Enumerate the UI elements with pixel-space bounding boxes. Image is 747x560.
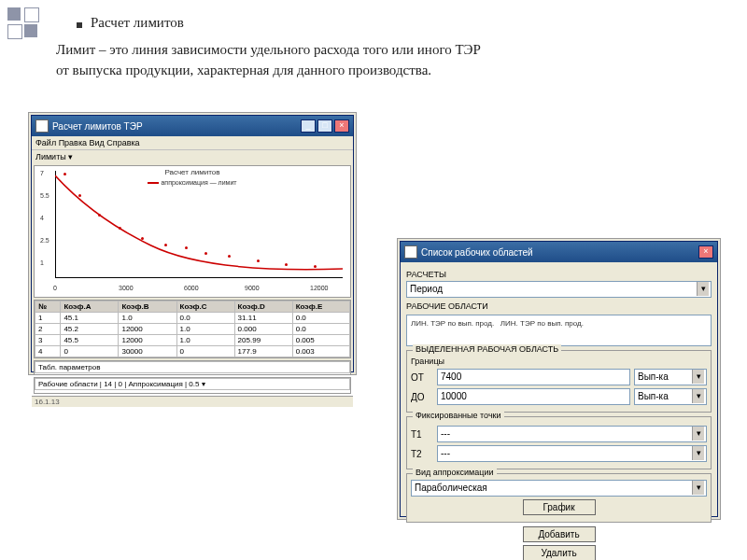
- delete-button[interactable]: Удалить: [523, 545, 596, 560]
- group-range: ВЫДЕЛЕННАЯ РАБОЧАЯ ОБЛАСТЬ Границы ОТ 74…: [406, 350, 712, 413]
- t1-label: Т1: [411, 429, 433, 440]
- paragraph: Лимит – это линия зависимости удельного …: [56, 39, 481, 80]
- t2-select[interactable]: ---: [437, 445, 707, 462]
- ytick: 4: [40, 215, 44, 221]
- t1-select[interactable]: ---: [437, 426, 707, 442]
- group-fix-title: Фиксированные точки: [413, 411, 504, 420]
- group-fix: Фиксированные точки Т1 --- Т2 ---: [406, 416, 712, 469]
- ytick: 5.5: [40, 192, 49, 199]
- to-input[interactable]: 10000: [437, 388, 630, 405]
- ytick: 1: [40, 259, 44, 266]
- screenshot-dialog: Список рабочих областей × РАСЧЕТЫ Период…: [397, 238, 721, 520]
- section-label: РАСЧЕТЫ: [406, 270, 712, 279]
- coeff-table: №Коэф.A Коэф.BКоэф.C Коэф.DКоэф.E 145.11…: [34, 300, 351, 358]
- menu-bar[interactable]: Файл Правка Вид Справка: [32, 136, 353, 150]
- xtick: 0: [53, 285, 57, 291]
- group-approx-title: Вид аппроксимации: [413, 468, 497, 477]
- heading: Расчет лимитов: [91, 15, 184, 31]
- xtick: 9000: [245, 285, 260, 291]
- group-approx: Вид аппроксимации Параболическая График: [406, 473, 712, 523]
- params-row: Табл. параметров: [34, 360, 351, 375]
- chart-title-text: Расчет лимитов ТЭР: [52, 121, 143, 132]
- close-icon[interactable]: ×: [334, 119, 349, 133]
- range-caption: Границы: [411, 357, 707, 366]
- xtick: 3000: [119, 285, 134, 291]
- app-icon: [404, 245, 417, 259]
- to-label: ДО: [411, 392, 433, 402]
- status-bar: 16.1.13: [32, 396, 353, 407]
- toolbar[interactable]: Лимиты ▾: [32, 150, 353, 163]
- chart-plot: Расчет лимитов аппроксимация — лимит 7 5…: [34, 165, 351, 298]
- add-button[interactable]: Добавить: [523, 526, 596, 542]
- t2-label: Т2: [411, 449, 433, 459]
- ytick: 2.5: [40, 237, 49, 244]
- dialog-title-text: Список рабочих областей: [421, 247, 533, 258]
- to-unit-select[interactable]: Вып-ка: [634, 388, 707, 405]
- area-list[interactable]: ЛИН. ТЭР по вып. прод. ЛИН. ТЭР по вып. …: [406, 315, 712, 346]
- xtick: 12000: [310, 285, 328, 291]
- lower-table[interactable]: Рабочие области | 14 | 0 | Аппроксимация…: [34, 377, 351, 394]
- chart-titlebar: Расчет лимитов ТЭР _ □ ×: [32, 116, 353, 136]
- period-select[interactable]: Период: [406, 281, 712, 298]
- approx-select[interactable]: Параболическая: [411, 480, 707, 497]
- bullet-icon: [77, 22, 82, 28]
- ytick: 7: [40, 170, 44, 176]
- from-input[interactable]: 7400: [437, 369, 630, 385]
- section-label: РАБОЧИЕ ОБЛАСТИ: [406, 301, 712, 311]
- group-range-title: ВЫДЕЛЕННАЯ РАБОЧАЯ ОБЛАСТЬ: [413, 344, 561, 354]
- dialog-titlebar: Список рабочих областей ×: [401, 242, 717, 262]
- slide-logo: [7, 7, 54, 45]
- minimize-icon[interactable]: _: [301, 119, 316, 133]
- close-icon[interactable]: ×: [698, 245, 713, 259]
- maximize-icon[interactable]: □: [317, 119, 332, 133]
- draw-button[interactable]: График: [523, 499, 596, 515]
- xtick: 6000: [184, 285, 199, 291]
- from-unit-select[interactable]: Вып-ка: [634, 369, 707, 385]
- app-icon: [35, 119, 49, 133]
- from-label: ОТ: [411, 372, 433, 383]
- screenshot-chart-window: Расчет лимитов ТЭР _ □ × Файл Правка Вид…: [28, 112, 357, 375]
